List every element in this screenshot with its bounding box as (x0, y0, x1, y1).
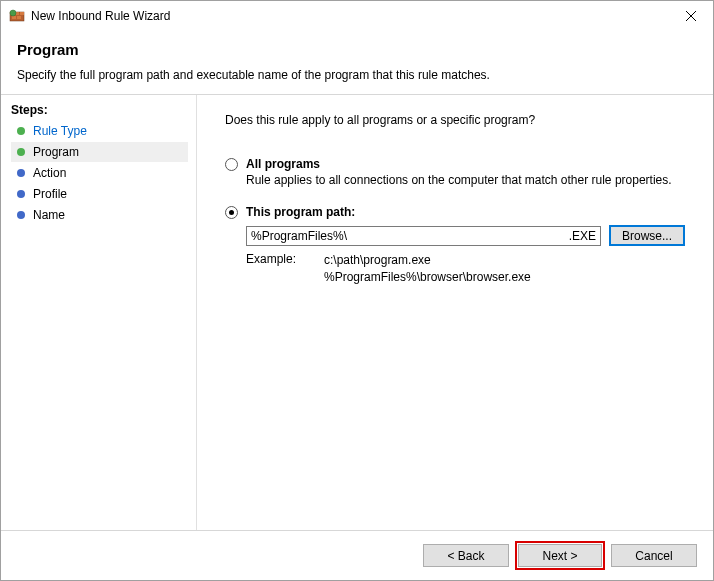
step-program[interactable]: Program (11, 142, 188, 162)
step-label: Name (33, 208, 65, 222)
bullet-icon (17, 211, 25, 219)
svg-rect-4 (12, 16, 16, 19)
radio-icon (225, 158, 238, 171)
step-name[interactable]: Name (11, 205, 188, 225)
step-label: Profile (33, 187, 67, 201)
radio-this-program-path[interactable]: This program path: (225, 205, 685, 219)
next-highlight: Next > (515, 541, 605, 570)
step-label: Action (33, 166, 66, 180)
firewall-wizard-icon (9, 8, 25, 24)
bullet-icon (17, 127, 25, 135)
svg-rect-5 (17, 16, 21, 19)
path-suffix: .EXE (569, 229, 596, 243)
wizard-header: Program Specify the full program path an… (1, 31, 713, 94)
steps-sidebar: Steps: Rule Type Program Action Profile … (1, 95, 196, 530)
radio-label: This program path: (246, 205, 355, 219)
steps-title: Steps: (11, 103, 188, 117)
svg-point-6 (10, 10, 16, 16)
bullet-icon (17, 148, 25, 156)
content-panel: Does this rule apply to all programs or … (197, 95, 713, 530)
page-title: Program (17, 41, 697, 58)
bullet-icon (17, 169, 25, 177)
radio-icon (225, 206, 238, 219)
step-profile[interactable]: Profile (11, 184, 188, 204)
step-action[interactable]: Action (11, 163, 188, 183)
titlebar: New Inbound Rule Wizard (1, 1, 713, 31)
page-description: Specify the full program path and execut… (17, 68, 697, 82)
step-rule-type[interactable]: Rule Type (11, 121, 188, 141)
radio-all-programs[interactable]: All programs (225, 157, 685, 171)
example-row: Example: c:\path\program.exe %ProgramFil… (246, 252, 685, 286)
browse-button[interactable]: Browse... (609, 225, 685, 246)
bullet-icon (17, 190, 25, 198)
question-text: Does this rule apply to all programs or … (225, 113, 685, 127)
program-path-input[interactable]: %ProgramFiles%\ .EXE (246, 226, 601, 246)
radio-all-description: Rule applies to all connections on the c… (246, 173, 685, 187)
window-title: New Inbound Rule Wizard (31, 9, 668, 23)
close-icon (686, 11, 696, 21)
step-label: Rule Type (33, 124, 87, 138)
example-path-2: %ProgramFiles%\browser\browser.exe (324, 270, 531, 284)
path-value: %ProgramFiles%\ (251, 229, 569, 243)
svg-rect-3 (20, 12, 24, 15)
next-button[interactable]: Next > (518, 544, 602, 567)
radio-label: All programs (246, 157, 320, 171)
cancel-button[interactable]: Cancel (611, 544, 697, 567)
back-button[interactable]: < Back (423, 544, 509, 567)
example-paths: c:\path\program.exe %ProgramFiles%\brows… (324, 252, 531, 286)
main-area: Steps: Rule Type Program Action Profile … (1, 95, 713, 530)
example-path-1: c:\path\program.exe (324, 253, 431, 267)
close-button[interactable] (668, 1, 713, 31)
path-section: %ProgramFiles%\ .EXE Browse... Example: … (246, 225, 685, 286)
button-bar: < Back Next > Cancel (1, 531, 713, 581)
step-label: Program (33, 145, 79, 159)
example-label: Example: (246, 252, 324, 286)
